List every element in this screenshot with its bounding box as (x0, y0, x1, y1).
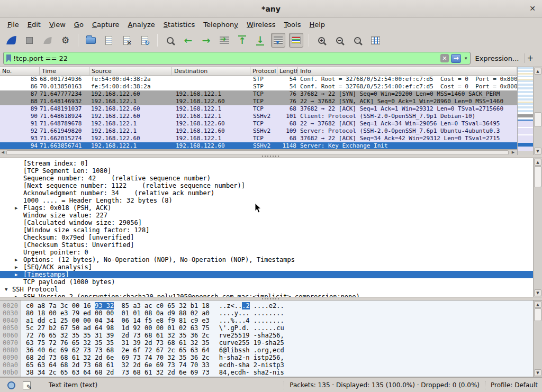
detail-line[interactable]: ▶[SEQ/ACK analysis] (0, 263, 533, 271)
capture-options-icon[interactable]: ⚙ (58, 33, 73, 48)
go-back-icon[interactable]: ← (181, 33, 195, 48)
packet-row-91[interactable]: 9171.648789678192.168.122.1192.168.122.6… (0, 120, 517, 127)
expander-closed-icon[interactable]: ▶ (15, 293, 17, 297)
open-capture-file-icon[interactable] (84, 33, 98, 48)
restart-capture-icon[interactable] (40, 33, 55, 48)
hex-row-0060[interactable]: 006072 76 65 32 35 35 31 39 2d 73 68 61 … (0, 332, 533, 339)
column-header-no[interactable]: No. (0, 67, 40, 75)
vscroll-thumb[interactable] (534, 166, 541, 187)
pane-splitter-2[interactable] (0, 297, 542, 300)
reload-capture-file-icon[interactable]: ↻ (138, 33, 152, 48)
find-packet-icon[interactable] (163, 33, 177, 48)
display-filter-input[interactable]: !tcp.port == 22 ✕ → ▾ (3, 52, 471, 65)
filter-bookmark-icon[interactable] (6, 54, 11, 62)
detail-line[interactable]: [TCP Segment Len: 1080] (0, 167, 533, 175)
go-to-bottom-icon[interactable]: ↓ (253, 33, 267, 48)
menu-edit[interactable]: Edit (23, 19, 45, 30)
close-window-button[interactable]: ✕ (529, 4, 536, 13)
menu-capture[interactable]: Capture (88, 19, 124, 30)
scroll-up-icon[interactable]: ▲ (534, 301, 541, 308)
detail-line[interactable]: 1000 .... = Header Length: 32 bytes (8) (0, 197, 533, 204)
menu-analyze[interactable]: Analyze (124, 19, 159, 30)
packet-row-86[interactable]: 8670.013850163fe:54:00:d4:38:2aSTP54Conf… (0, 83, 517, 90)
detail-vscrollbar[interactable]: ▲ ▼ (533, 158, 542, 297)
vscroll-thumb[interactable] (534, 112, 541, 127)
colorize-toggle[interactable] (289, 33, 303, 48)
detail-line[interactable]: [Next sequence number: 1122 (relative se… (0, 182, 533, 189)
detail-line[interactable]: Window size value: 227 (0, 212, 533, 219)
pane-splitter-1[interactable] (0, 155, 542, 158)
column-header-time[interactable]: Time (40, 67, 89, 75)
detail-line[interactable]: ▶Options: (12 bytes), No-Operation (NOP)… (0, 256, 533, 263)
filter-history-dropdown-icon[interactable]: ▾ (463, 56, 469, 61)
hex-row-0080[interactable]: 008036 40 6c 69 62 73 73 68 2e 6f 72 67 … (0, 347, 533, 354)
auto-scroll-toggle[interactable]: ▼ (271, 33, 285, 48)
hex-row-0030[interactable]: 003080 18 00 e3 79 ed 00 00 01 01 08 0a … (0, 309, 533, 317)
detail-line[interactable]: Acknowledgment number: 34 (relative ack … (0, 189, 533, 197)
detail-line[interactable]: Urgent pointer: 0 (0, 249, 533, 256)
hex-row-00a0[interactable]: 00a065 63 64 68 2d 73 68 61 32 2d 6e 69 … (0, 361, 533, 369)
zoom-original-icon[interactable]: = (350, 33, 365, 48)
menu-go[interactable]: Go (70, 19, 88, 30)
zoom-in-icon[interactable]: + (314, 33, 329, 48)
expander-closed-icon[interactable]: ▶ (15, 256, 17, 263)
expander-open-icon[interactable]: ▼ (5, 286, 7, 293)
column-header-info[interactable]: Info (298, 67, 517, 75)
menu-statistics[interactable]: Statistics (159, 19, 199, 30)
detail-line[interactable]: [Window size scaling factor: 128] (0, 226, 533, 234)
menu-telephony[interactable]: Telephony (199, 19, 242, 30)
packet-row-93[interactable]: 9371.662015274192.168.122.60192.168.122.… (0, 135, 517, 142)
menu-view[interactable]: View (45, 19, 70, 30)
scroll-down-icon[interactable]: ▼ (534, 289, 541, 296)
vscroll-thumb[interactable] (534, 308, 541, 321)
filter-text[interactable]: !tcp.port == 22 (13, 54, 438, 62)
close-capture-file-icon[interactable]: ✕ (120, 33, 134, 48)
menu-wireless[interactable]: Wireless (242, 19, 279, 30)
hex-row-0020[interactable]: 0020c0 a8 7a 3c 00 16 93 32 85 a3 ac c0 … (0, 302, 533, 309)
hex-row-0070[interactable]: 007063 75 72 76 65 32 35 35 31 39 2d 73 … (0, 339, 533, 347)
hex-row-0050[interactable]: 00505c 27 b2 67 50 ad 64 98 1d 92 00 00 … (0, 324, 533, 332)
capture-comment-icon[interactable]: ✎ (23, 381, 31, 389)
expander-closed-icon[interactable]: ▶ (15, 204, 17, 212)
add-filter-button[interactable]: + (524, 53, 538, 63)
packet-row-90[interactable]: 9071.648618924192.168.122.60192.168.122.… (0, 113, 517, 120)
apply-filter-button[interactable]: → (451, 54, 461, 63)
bytes-vscrollbar[interactable]: ▲ ▼ (533, 300, 542, 377)
detail-line[interactable]: [Calculated window size: 29056] (0, 219, 533, 226)
packet-row-85[interactable]: 8568.001734936fe:54:00:d4:38:2aSTP54Conf… (0, 76, 517, 83)
resize-columns-icon[interactable] (368, 33, 383, 48)
column-header-length[interactable]: Length (277, 67, 298, 75)
packet-row-92[interactable]: 9271.661949820192.168.122.1192.168.122.6… (0, 127, 517, 135)
scroll-up-icon[interactable]: ▲ (534, 159, 541, 166)
packet-row-88[interactable]: 8871.648146932192.168.122.1192.168.122.6… (0, 98, 517, 105)
packet-list-vscrollbar[interactable]: ▲ ▼ (533, 67, 542, 155)
scroll-up-icon[interactable]: ▲ (534, 68, 541, 75)
packet-row-94[interactable]: 9471.663856741192.168.122.1192.168.122.6… (0, 142, 517, 149)
detail-line[interactable]: ▼SSH Protocol (0, 286, 533, 293)
detail-line[interactable]: [Checksum Status: Unverified] (0, 241, 533, 249)
menu-help[interactable]: Help (305, 19, 329, 30)
go-to-top-icon[interactable]: ↑ (235, 33, 249, 48)
hex-row-0040[interactable]: 0040a1 dd c1 25 00 00 04 34 06 14 f5 e8 … (0, 317, 533, 324)
detail-line[interactable]: Checksum: 0x79ed [unverified] (0, 234, 533, 241)
menu-tools[interactable]: Tools (279, 19, 305, 30)
detail-line[interactable]: ▶SSH Version 2 (encryption:chacha20-poly… (0, 293, 533, 297)
go-forward-icon[interactable]: → (199, 33, 213, 48)
expander-closed-icon[interactable]: ▶ (15, 271, 17, 278)
packet-row-87[interactable]: 8771.647777234192.168.122.60192.168.122.… (0, 90, 517, 98)
detail-line[interactable]: Sequence number: 42 (relative sequence n… (0, 175, 533, 182)
stop-capture-icon[interactable] (22, 33, 37, 48)
start-capture-icon[interactable] (4, 33, 19, 48)
column-header-protocol[interactable]: Protocol (250, 67, 277, 75)
hex-row-00b0[interactable]: 00b038 34 2c 65 63 64 68 2d 73 68 61 32 … (0, 369, 533, 376)
scroll-down-icon[interactable]: ▼ (534, 369, 541, 376)
column-header-source[interactable]: Source (89, 67, 172, 75)
profile-text[interactable]: Profile: Default (491, 381, 538, 389)
expander-closed-icon[interactable]: ▶ (15, 263, 17, 271)
scroll-left-icon[interactable]: ◀ (0, 150, 6, 155)
detail-line[interactable]: TCP payload (1080 bytes) (0, 278, 533, 286)
hscroll-thumb[interactable] (6, 150, 509, 155)
go-to-packet-icon[interactable]: ➜ (217, 33, 231, 48)
expression-button[interactable]: Expression... (475, 54, 519, 62)
zoom-out-icon[interactable]: − (332, 33, 347, 48)
